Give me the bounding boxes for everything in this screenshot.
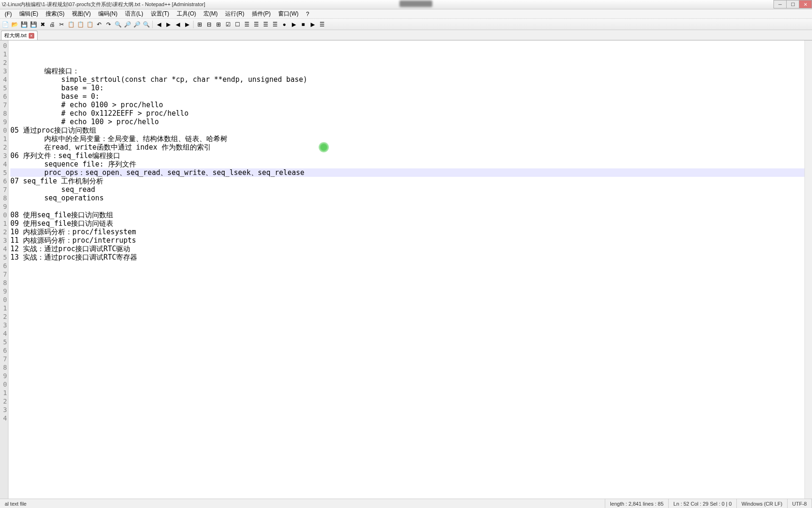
menu-view[interactable]: 视图(V) (68, 9, 94, 19)
toolbar-button-4[interactable]: ✖ (39, 20, 47, 29)
code-line[interactable] (10, 397, 812, 405)
toolbar-button-15[interactable]: 🔍 (142, 20, 150, 29)
code-line[interactable] (10, 262, 812, 270)
tab-close-icon[interactable]: × (29, 33, 34, 39)
toolbar-button-31[interactable]: ● (280, 20, 289, 29)
code-line[interactable]: 10 内核源码分析：proc/filesystem (10, 228, 812, 236)
menu-window[interactable]: 窗口(W) (274, 9, 302, 19)
code-line[interactable]: 13 实战：通过proc接口调试RTC寄存器 (10, 253, 812, 262)
code-line[interactable] (10, 380, 812, 389)
code-line[interactable]: 在read、write函数中通过 index 作为数组的索引 (10, 143, 812, 151)
code-line[interactable] (10, 295, 812, 304)
toolbar-button-34[interactable]: ▶ (308, 20, 317, 29)
code-line[interactable] (10, 389, 812, 397)
code-line[interactable] (10, 422, 812, 431)
vertical-scrollbar[interactable] (804, 40, 812, 499)
code-line[interactable]: simple_strtoul(const char *cp, char **en… (10, 75, 812, 84)
menu-language[interactable]: 语言(L) (121, 9, 147, 19)
toolbar-button-23[interactable]: ⊟ (205, 20, 213, 29)
toolbar-button-17[interactable]: ◀ (155, 20, 163, 29)
toolbar-button-0[interactable]: 📄 (1, 20, 9, 29)
code-line[interactable] (10, 304, 812, 312)
toolbar-button-35[interactable]: ☰ (318, 20, 326, 29)
toolbar-button-14[interactable]: 🔎 (133, 20, 141, 29)
toolbar-button-10[interactable]: ↶ (95, 20, 103, 29)
code-line[interactable]: # echo 0x1122EEFF > proc/hello (10, 109, 812, 118)
toolbar-button-1[interactable]: 📂 (10, 20, 19, 29)
code-line[interactable]: 07 seq_file 工作机制分析 (10, 177, 812, 185)
toolbar-button-18[interactable]: ▶ (164, 20, 172, 29)
toolbar-button-3[interactable]: 💾 (29, 20, 38, 29)
code-line[interactable]: # echo 100 > proc/hello (10, 118, 812, 126)
code-line[interactable] (10, 431, 812, 439)
toolbar-button-5[interactable]: 🖨 (48, 20, 56, 29)
toolbar-button-2[interactable]: 💾 (20, 20, 28, 29)
menu-file[interactable]: (F) (1, 10, 16, 18)
toolbar-button-6[interactable]: ✂ (57, 20, 66, 29)
code-line[interactable]: sequence file: 序列文件 (10, 160, 812, 168)
toolbar-button-9[interactable]: 📋 (86, 20, 94, 29)
code-line[interactable]: 内核中的全局变量：全局变量、结构体数组、链表、哈希树 (10, 135, 812, 143)
code-line[interactable] (10, 202, 812, 211)
toolbar-button-33[interactable]: ■ (299, 20, 307, 29)
code-line[interactable]: 12 实战：通过proc接口调试RTC驱动 (10, 245, 812, 253)
code-line[interactable] (10, 414, 812, 422)
code-line[interactable] (10, 278, 812, 287)
code-line[interactable]: 编程接口： (10, 67, 812, 75)
menu-encoding[interactable]: 编码(N) (94, 9, 121, 19)
toolbar-button-28[interactable]: ☰ (252, 20, 260, 29)
code-line[interactable] (10, 312, 812, 321)
code-line[interactable]: 09 使用seq_file接口访问链表 (10, 219, 812, 228)
toolbar-button-19[interactable]: ◀ (173, 20, 182, 29)
toolbar-button-7[interactable]: 📋 (67, 20, 75, 29)
toolbar-button-32[interactable]: ▶ (289, 20, 298, 29)
code-line[interactable] (10, 372, 812, 380)
code-line[interactable]: 11 内核源码分析：proc/interrupts (10, 236, 812, 245)
toolbar-button-8[interactable]: 📋 (76, 20, 85, 29)
code-line[interactable] (10, 338, 812, 346)
code-line[interactable] (10, 405, 812, 414)
editor-area[interactable]: 0123456789012345678901234567890123456789… (0, 40, 812, 499)
toolbar-button-26[interactable]: ☐ (233, 20, 242, 29)
toolbar-button-24[interactable]: ⊞ (214, 20, 223, 29)
close-button[interactable]: ✕ (799, 0, 812, 8)
code-line[interactable] (10, 329, 812, 338)
code-line[interactable]: 06 序列文件：seq_file编程接口 (10, 151, 812, 160)
code-line[interactable]: # echo 0100 > proc/hello (10, 101, 812, 109)
menu-search[interactable]: 搜索(S) (42, 9, 68, 19)
menu-help[interactable]: ? (302, 10, 313, 18)
code-line[interactable] (10, 346, 812, 355)
toolbar-button-22[interactable]: ⊞ (195, 20, 204, 29)
code-line[interactable] (10, 363, 812, 372)
minimize-button[interactable]: ─ (773, 0, 787, 8)
code-line[interactable]: base = 0: (10, 92, 812, 101)
code-line[interactable]: base = 10: (10, 84, 812, 92)
toolbar-button-20[interactable]: ▶ (183, 20, 191, 29)
toolbar-button-29[interactable]: ☰ (261, 20, 270, 29)
code-area[interactable]: 编程接口： simple_strtoul(const char *cp, cha… (8, 40, 812, 499)
toolbar-button-12[interactable]: 🔍 (114, 20, 122, 29)
menu-plugins[interactable]: 插件(P) (248, 9, 274, 19)
code-line[interactable] (10, 287, 812, 295)
code-line[interactable]: 08 使用seq_file接口访问数组 (10, 211, 812, 219)
code-line[interactable]: proc_ops：seq_open、seq_read、seq_write、seq… (10, 168, 812, 177)
menu-run[interactable]: 运行(R) (221, 9, 248, 19)
tab-active[interactable]: 程大纲.txt × (1, 31, 38, 40)
toolbar-button-27[interactable]: ☰ (242, 20, 251, 29)
toolbar-button-13[interactable]: 🔎 (123, 20, 132, 29)
menu-tools[interactable]: 工具(O) (173, 9, 200, 19)
toolbar-button-25[interactable]: ☑ (224, 20, 232, 29)
code-line[interactable] (10, 321, 812, 329)
code-line[interactable]: seq_operations (10, 194, 812, 202)
code-line[interactable]: seq_read (10, 185, 812, 194)
toolbar-button-30[interactable]: ☰ (271, 20, 279, 29)
menu-settings[interactable]: 设置(T) (147, 9, 173, 19)
code-line[interactable] (10, 270, 812, 278)
code-line[interactable] (10, 355, 812, 363)
code-line[interactable] (10, 439, 812, 448)
code-line[interactable]: 05 通过proc接口访问数组 (10, 126, 812, 135)
menu-macro[interactable]: 宏(M) (200, 9, 221, 19)
menu-edit[interactable]: 编辑(E) (16, 9, 42, 19)
maximize-button[interactable]: ☐ (786, 0, 799, 8)
toolbar-button-11[interactable]: ↷ (104, 20, 113, 29)
